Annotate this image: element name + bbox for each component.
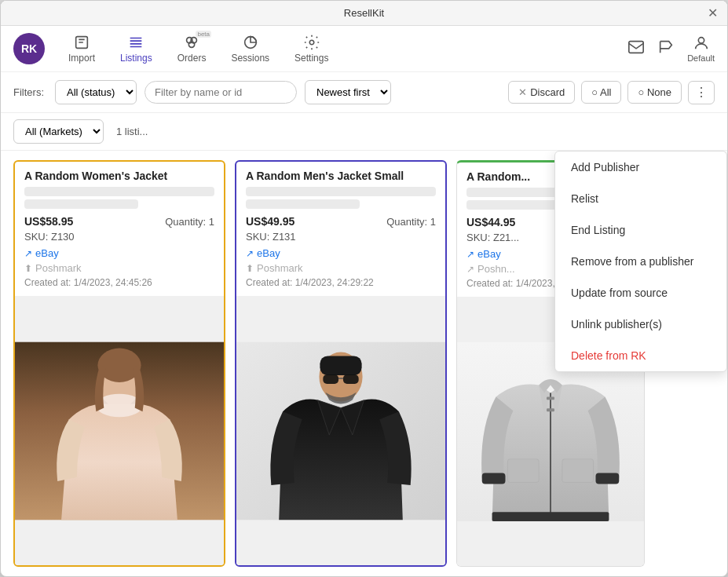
card-qty-1: Quantity: 1 (165, 216, 214, 228)
context-menu-relist[interactable]: Relist (555, 183, 726, 214)
card-title-2: A Random Men's Jacket Small (246, 170, 436, 182)
svg-rect-20 (343, 374, 359, 384)
beta-badge: beta (196, 31, 211, 38)
card-sku-1: SKU: Z130 (24, 231, 214, 243)
card-date-1: Created at: 1/4/2023, 24:45:26 (24, 277, 214, 288)
window-title: ResellKit (344, 7, 384, 19)
name-filter-input[interactable] (145, 81, 297, 104)
discard-label: Discard (530, 86, 565, 98)
discard-button[interactable]: ✕ Discard (508, 81, 575, 104)
card-poshmark-label-2: Poshmark (257, 262, 303, 274)
card-ebay-label-1: eBay (35, 247, 59, 259)
sessions-label: Sessions (231, 53, 269, 64)
context-menu-delete[interactable]: Delete from RK (555, 340, 726, 371)
card-price-row-1: US$58.95 Quantity: 1 (24, 215, 214, 228)
jacket-2-image (236, 341, 445, 521)
svg-point-9 (309, 40, 314, 45)
external-link-icon-2: ↗ (246, 248, 254, 259)
card-sku-2: SKU: Z131 (246, 231, 436, 243)
status-filter[interactable]: All (status) Active Inactive (55, 80, 137, 104)
svg-rect-29 (596, 473, 620, 484)
end-listing-label: End Listing (571, 224, 625, 236)
default-button[interactable]: Default (687, 35, 715, 63)
context-menu: Add Publisher Relist End Listing Remove … (554, 151, 727, 372)
filters-label: Filters: (13, 86, 44, 98)
logo-avatar: RK (13, 33, 45, 64)
card-poshmark-label-3: Poshn... (477, 263, 515, 275)
update-source-label: Update from source (571, 287, 668, 299)
markets-filter[interactable]: All (Markets) eBay Poshmark (13, 119, 104, 144)
card-blurred-2b (246, 199, 360, 209)
svg-rect-30 (492, 512, 609, 521)
filter-bar: Filters: All (status) Active Inactive Ne… (1, 72, 727, 113)
external-link-icon-3: ↗ (466, 249, 474, 260)
sidebar-item-orders[interactable]: beta Orders (173, 31, 211, 67)
card-image-2 (236, 296, 445, 565)
unlink-label: Unlink publisher(s) (571, 318, 662, 330)
upload-icon-3: ↗ (466, 264, 474, 275)
remove-publisher-label: Remove from a publisher (571, 255, 693, 268)
select-all-label: All (600, 86, 611, 98)
titlebar: ResellKit ✕ (1, 1, 727, 26)
context-menu-unlink[interactable]: Unlink publisher(s) (555, 309, 726, 340)
jacket-1-image (15, 341, 224, 521)
svg-rect-25 (547, 408, 554, 411)
discard-x-icon: ✕ (518, 86, 527, 98)
card-ebay-label-3: eBay (477, 248, 501, 260)
orders-label: Orders (177, 53, 207, 64)
sidebar-item-import[interactable]: Import (64, 31, 100, 67)
select-none-button[interactable]: ○ None (627, 81, 682, 104)
markets-bar: All (Markets) eBay Poshmark 1 listi... (1, 113, 727, 151)
settings-label: Settings (294, 53, 328, 64)
card-blurred-1a (24, 187, 214, 196)
upload-icon-2: ⬆ (246, 263, 254, 274)
listings-icon (127, 34, 145, 51)
card-ebay-link-1[interactable]: ↗ eBay (24, 247, 214, 259)
mail-icon[interactable] (627, 38, 645, 60)
card-body-1: A Random Women's Jacket US$58.95 Quantit… (15, 162, 224, 296)
card-poshmark-link-2[interactable]: ⬆ Poshmark (246, 262, 436, 274)
external-link-icon-1: ↗ (24, 248, 32, 259)
upload-icon-1: ⬆ (24, 263, 32, 274)
context-menu-add-publisher[interactable]: Add Publisher (555, 152, 726, 183)
svg-rect-19 (323, 374, 338, 384)
listing-card-2[interactable]: A Random Men's Jacket Small US$49.95 Qua… (235, 160, 447, 567)
context-menu-remove-publisher[interactable]: Remove from a publisher (555, 246, 726, 277)
more-options-button[interactable]: ⋮ (688, 81, 715, 104)
card-blurred-1b (24, 199, 138, 209)
add-publisher-label: Add Publisher (571, 161, 639, 173)
card-body-2: A Random Men's Jacket Small US$49.95 Qua… (236, 162, 445, 296)
close-button[interactable]: ✕ (705, 6, 719, 20)
filter-right: ✕ Discard ○ All ○ None ⋮ (508, 81, 715, 104)
card-price-1: US$58.95 (24, 215, 73, 228)
context-menu-end-listing[interactable]: End Listing (555, 214, 726, 246)
svg-point-11 (698, 38, 704, 43)
sidebar-item-listings[interactable]: Listings (115, 31, 157, 67)
listings-label: Listings (120, 53, 152, 64)
svg-rect-28 (482, 473, 506, 484)
card-ebay-link-2[interactable]: ↗ eBay (246, 247, 436, 259)
select-all-button[interactable]: ○ All (581, 81, 621, 104)
nav-right: Default (627, 35, 715, 63)
sidebar-item-sessions[interactable]: Sessions (226, 31, 274, 67)
card-image-1 (15, 296, 224, 565)
svg-rect-10 (629, 41, 643, 53)
card-title-1: A Random Women's Jacket (24, 170, 214, 182)
card-price-3: US$44.95 (466, 216, 515, 228)
nav-items: Import Listings (64, 31, 609, 67)
navbar: RK Import Listings (1, 26, 727, 72)
delete-label: Delete from RK (571, 349, 646, 362)
content-area: A Random Women's Jacket US$58.95 Quantit… (1, 151, 727, 576)
card-poshmark-link-1[interactable]: ⬆ Poshmark (24, 262, 214, 274)
context-menu-update-source[interactable]: Update from source (555, 277, 726, 309)
card-price-2: US$49.95 (246, 215, 294, 228)
relist-label: Relist (571, 192, 598, 205)
sidebar-item-settings[interactable]: Settings (290, 31, 333, 67)
sort-filter[interactable]: Newest first Oldest first (305, 80, 391, 104)
listing-card-1[interactable]: A Random Women's Jacket US$58.95 Quantit… (13, 160, 225, 567)
flag-icon[interactable] (657, 38, 675, 60)
import-icon (73, 34, 90, 51)
card-price-row-2: US$49.95 Quantity: 1 (246, 215, 436, 228)
orders-icon-wrap: beta (183, 34, 200, 51)
listing-count: 1 listi... (116, 126, 148, 137)
